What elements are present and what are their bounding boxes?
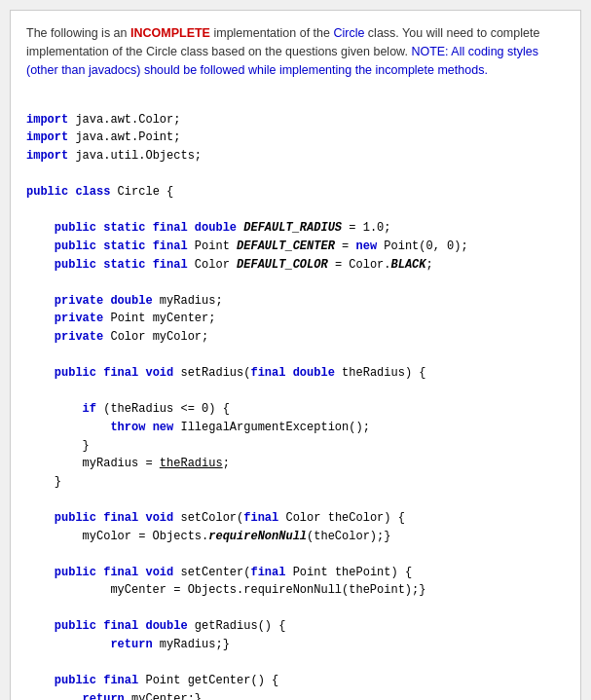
intro-paragraph: The following is an INCOMPLETE implement… [26,24,565,79]
main-card: The following is an INCOMPLETE implement… [10,10,581,700]
code-block: import java.awt.Color; import java.awt.P… [26,92,565,700]
incomplete-label: INCOMPLETE [130,26,210,40]
note-label: NOTE: All coding styles (other than java… [26,45,538,77]
circle-class-ref: Circle [333,26,364,40]
